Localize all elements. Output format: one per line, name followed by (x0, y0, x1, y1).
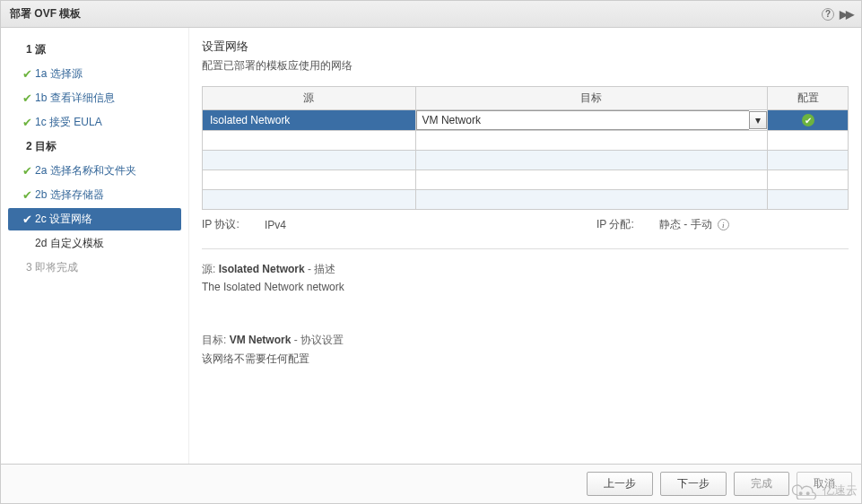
step-2a-select-name[interactable]: ✔2a 选择名称和文件夹 (1, 160, 188, 182)
step-3-ready: 3 即将完成 (1, 256, 188, 279)
network-mapping-table: 源 目标 配置 Isolated Network VM Network ▾ (202, 86, 849, 210)
finish-button: 完成 (734, 472, 789, 496)
protocol-row: IP 协议: IPv4 IP 分配: 静态 - 手动 i (202, 217, 849, 249)
check-icon: ✔ (19, 67, 35, 81)
config-ok-icon: ✔ (802, 114, 814, 126)
col-header-dest: 目标 (415, 87, 767, 110)
step-2c-setup-network[interactable]: ✔2c 设置网络 (8, 208, 181, 230)
step-1a-select-source[interactable]: ✔1a 选择源 (1, 63, 188, 85)
next-button[interactable]: 下一步 (660, 472, 727, 496)
destination-network-select[interactable]: VM Network ▾ (416, 110, 767, 130)
check-icon: ✔ (19, 213, 35, 226)
empty-row (203, 151, 849, 170)
page-title: 设置网络 (202, 39, 849, 55)
step-1-source: 1 源 (1, 39, 188, 61)
empty-row (203, 170, 849, 190)
destination-description-body: 该网络不需要任何配置 (202, 352, 849, 367)
cancel-button[interactable]: 取消 (797, 472, 852, 496)
dropdown-arrow-icon[interactable]: ▾ (749, 111, 767, 129)
help-icon[interactable]: ? (822, 8, 834, 21)
step-2d-customize-template: 2d 自定义模板 (1, 232, 188, 255)
step-2-target: 2 目标 (1, 135, 188, 158)
wizard-sidebar: 1 源 ✔1a 选择源 ✔1b 查看详细信息 ✔1c 接受 EULA 2 目标 … (1, 28, 189, 464)
step-1c-accept-eula[interactable]: ✔1c 接受 EULA (1, 111, 188, 134)
empty-row (203, 131, 849, 151)
ip-allocation-label: IP 分配: (596, 217, 659, 232)
col-header-source: 源 (203, 87, 416, 110)
info-icon[interactable]: i (718, 219, 729, 230)
titlebar: 部署 OVF 模板 ? ▶▶ (1, 1, 861, 28)
ip-protocol-value: IPv4 (265, 219, 426, 231)
source-description-body: The Isolated Network network (202, 281, 849, 293)
source-description-block: 源: Isolated Network - 描述 The Isolated Ne… (202, 262, 849, 293)
step-1b-review-details[interactable]: ✔1b 查看详细信息 (1, 87, 188, 109)
ip-protocol-label: IP 协议: (202, 217, 265, 232)
check-icon: ✔ (19, 91, 35, 105)
network-row-selected[interactable]: Isolated Network VM Network ▾ ✔ (203, 110, 849, 131)
window-title: 部署 OVF 模板 (10, 6, 81, 22)
source-network-cell: Isolated Network (203, 110, 416, 131)
check-icon: ✔ (19, 188, 35, 202)
main-panel: 设置网络 配置已部署的模板应使用的网络 源 目标 配置 Isolated Net… (189, 28, 861, 464)
ip-allocation-value: 静态 - 手动 (659, 217, 712, 232)
page-subtitle: 配置已部署的模板应使用的网络 (202, 58, 849, 74)
back-button[interactable]: 上一步 (587, 472, 653, 496)
destination-description-block: 目标: VM Network - 协议设置 该网络不需要任何配置 (202, 333, 849, 367)
col-header-config: 配置 (768, 87, 849, 110)
check-icon: ✔ (19, 164, 35, 178)
destination-network-value: VM Network (416, 110, 749, 130)
step-2b-select-storage[interactable]: ✔2b 选择存储器 (1, 184, 188, 206)
footer-bar: 上一步 下一步 完成 取消 (1, 464, 861, 503)
collapse-icon[interactable]: ▶▶ (840, 8, 852, 21)
empty-row (203, 190, 849, 210)
check-icon: ✔ (19, 116, 35, 129)
dialog-window: 部署 OVF 模板 ? ▶▶ 1 源 ✔1a 选择源 ✔1b 查看详细信息 ✔1… (0, 0, 862, 504)
